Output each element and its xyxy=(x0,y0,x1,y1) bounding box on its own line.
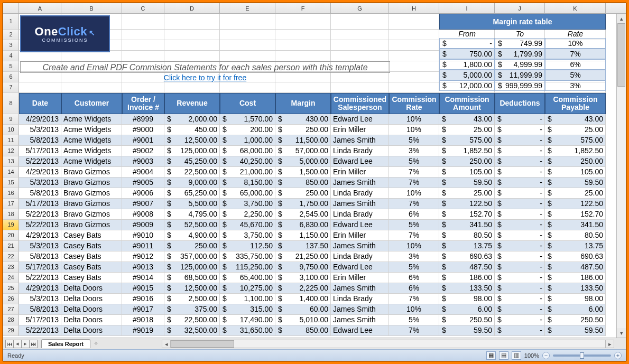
mrt-from[interactable]: $5,000.00 xyxy=(439,70,495,80)
view-normal-icon[interactable]: ▦ xyxy=(486,351,496,360)
cell-deductions[interactable]: $- xyxy=(495,262,545,273)
row-header-26[interactable]: 26 xyxy=(3,294,19,304)
cell-date[interactable]: 4/29/2013 xyxy=(19,230,61,241)
cell-customer[interactable]: Casey Bats xyxy=(61,251,122,262)
cell-G3[interactable] xyxy=(331,40,389,51)
cell-deductions[interactable]: $- xyxy=(495,135,545,146)
cell-margin[interactable]: $1,750.00 xyxy=(275,199,331,209)
cell-amount[interactable]: $25.00 xyxy=(439,125,495,135)
mrt-rate[interactable]: 5% xyxy=(545,70,606,80)
cell-date[interactable]: 5/8/2013 xyxy=(19,135,61,146)
cell-revenue[interactable]: $125,000.00 xyxy=(164,262,220,273)
cell-amount[interactable]: $250.00 xyxy=(439,156,495,167)
cell-rate[interactable]: 6% xyxy=(389,209,439,220)
column-header-I[interactable]: I xyxy=(439,3,495,13)
cell-revenue[interactable]: $45,250.00 xyxy=(164,156,220,167)
cell-G7[interactable] xyxy=(331,82,389,93)
row-header-18[interactable]: 18 xyxy=(3,209,19,220)
cell-B4[interactable] xyxy=(61,51,122,61)
column-header-H[interactable]: H xyxy=(389,3,439,13)
cell-payable[interactable]: $59.50 xyxy=(545,178,606,188)
column-header-D[interactable]: D xyxy=(164,3,220,13)
cell-cost[interactable]: $1,000.00 xyxy=(220,135,275,146)
cell-amount[interactable]: $186.00 xyxy=(439,273,495,283)
new-sheet-icon[interactable]: ✧ xyxy=(94,340,98,347)
cell-customer[interactable]: Bravo Gizmos xyxy=(61,220,122,230)
cell-order[interactable]: #9017 xyxy=(122,304,164,315)
row-header-15[interactable]: 15 xyxy=(3,178,19,188)
cell-amount[interactable]: $690.63 xyxy=(439,251,495,262)
mrt-from[interactable]: $- xyxy=(439,38,495,49)
cell-E1[interactable] xyxy=(220,14,275,30)
cell-H4[interactable] xyxy=(389,51,439,61)
cell-date[interactable]: 4/29/2013 xyxy=(19,283,61,294)
cell-B7[interactable] xyxy=(61,82,122,93)
cell-order[interactable]: #9008 xyxy=(122,209,164,220)
cell-date[interactable]: 5/22/2013 xyxy=(19,156,61,167)
cell-rate[interactable]: 3% xyxy=(389,251,439,262)
row-header-11[interactable]: 11 xyxy=(3,135,19,146)
column-header-G[interactable]: G xyxy=(331,3,389,13)
row-header-23[interactable]: 23 xyxy=(3,262,19,273)
cell-rate[interactable]: 10% xyxy=(389,304,439,315)
row-header-13[interactable]: 13 xyxy=(3,156,19,167)
table-header[interactable]: Commission Rate xyxy=(389,93,439,114)
cell-revenue[interactable]: $68,500.00 xyxy=(164,273,220,283)
cell-rate[interactable]: 10% xyxy=(389,114,439,125)
cell-revenue[interactable]: $250.00 xyxy=(164,241,220,251)
cell-cost[interactable]: $3,750.00 xyxy=(220,199,275,209)
cell-margin[interactable]: $5,010.00 xyxy=(275,315,331,325)
cell-revenue[interactable]: $2,500.00 xyxy=(164,294,220,304)
cell-amount[interactable]: $1,852.50 xyxy=(439,146,495,156)
row-header-25[interactable]: 25 xyxy=(3,283,19,294)
table-header[interactable]: Customer xyxy=(61,93,122,114)
row-header-9[interactable]: 9 xyxy=(3,114,19,125)
cell-deductions[interactable]: $- xyxy=(495,167,545,178)
cell-cost[interactable]: $8,150.00 xyxy=(220,178,275,188)
row-header-4[interactable]: 4 xyxy=(3,51,19,61)
cell-margin[interactable]: $11,500.00 xyxy=(275,135,331,146)
row-header-21[interactable]: 21 xyxy=(3,241,19,251)
cell-payable[interactable]: $487.50 xyxy=(545,262,606,273)
cell-deductions[interactable]: $- xyxy=(495,251,545,262)
cell-order[interactable]: #8999 xyxy=(122,114,164,125)
table-header[interactable]: Commissioned Salesperson xyxy=(331,93,389,114)
cell-rate[interactable]: 5% xyxy=(389,135,439,146)
table-header[interactable]: Date xyxy=(19,93,61,114)
cell-deductions[interactable]: $- xyxy=(495,283,545,294)
cell-salesperson[interactable]: Linda Brady xyxy=(331,251,389,262)
cell-C2[interactable] xyxy=(122,30,164,40)
scroll-right-icon[interactable]: ▸ xyxy=(605,340,614,348)
cell-deductions[interactable]: $- xyxy=(495,146,545,156)
cell-order[interactable]: #9007 xyxy=(122,199,164,209)
cell-customer[interactable]: Casey Bats xyxy=(61,241,122,251)
zoom-level[interactable]: 100% xyxy=(524,352,539,359)
cell-deductions[interactable]: $- xyxy=(495,178,545,188)
cell-C7[interactable] xyxy=(122,82,164,93)
mrt-to[interactable]: $749.99 xyxy=(495,38,545,49)
cell-order[interactable]: #9019 xyxy=(122,325,164,336)
cell-payable[interactable]: $250.50 xyxy=(545,315,606,325)
table-header[interactable]: Deductions xyxy=(495,93,545,114)
cell-revenue[interactable]: $375.00 xyxy=(164,304,220,315)
cell-date[interactable]: 5/17/2013 xyxy=(19,315,61,325)
cell-salesperson[interactable]: Linda Brady xyxy=(331,146,389,156)
cell-H1[interactable] xyxy=(389,14,439,30)
cell-salesperson[interactable]: Edward Lee xyxy=(331,156,389,167)
tab-nav-last-icon[interactable]: ⏭ xyxy=(29,340,38,348)
cell-salesperson[interactable]: Erin Miller xyxy=(331,125,389,135)
cell-cost[interactable]: $68,000.00 xyxy=(220,146,275,156)
cell-date[interactable]: 5/22/2013 xyxy=(19,273,61,283)
cell-customer[interactable]: Delta Doors xyxy=(61,325,122,336)
cell-revenue[interactable]: $2,000.00 xyxy=(164,114,220,125)
table-header[interactable]: Order / Invoice # xyxy=(122,93,164,114)
cell-salesperson[interactable]: James Smith xyxy=(331,199,389,209)
cell-rate[interactable]: 7% xyxy=(389,294,439,304)
row-header-2[interactable]: 2 xyxy=(3,30,19,40)
cell-payable[interactable]: $575.00 xyxy=(545,135,606,146)
cell-customer[interactable]: Casey Bats xyxy=(61,273,122,283)
cell-revenue[interactable]: $125,000.00 xyxy=(164,146,220,156)
cell-order[interactable]: #9002 xyxy=(122,146,164,156)
cell-cost[interactable]: $315.00 xyxy=(220,304,275,315)
cell-E2[interactable] xyxy=(220,30,275,40)
